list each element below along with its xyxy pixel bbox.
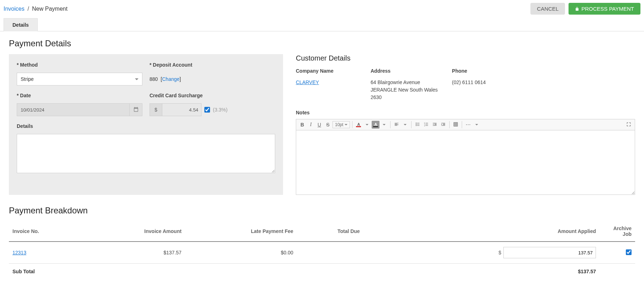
notes-textarea[interactable] bbox=[296, 130, 635, 195]
svg-rect-3 bbox=[454, 122, 458, 126]
address-line-3: 2630 bbox=[371, 94, 438, 101]
surcharge-checkbox[interactable] bbox=[204, 107, 210, 113]
italic-button[interactable]: I bbox=[307, 121, 315, 129]
address-line-1: 64 Blairgowrie Avenue bbox=[371, 79, 438, 86]
toolbar-separator bbox=[390, 121, 391, 128]
notes-editor: B I U S 10pt A bbox=[296, 119, 635, 195]
toolbar-separator bbox=[411, 121, 412, 128]
breadcrumb-parent-link[interactable]: Invoices bbox=[4, 6, 25, 12]
col-total-due: Total Due bbox=[297, 221, 363, 242]
breadcrumb-current: New Payment bbox=[32, 6, 68, 12]
invoice-link[interactable]: 12313 bbox=[12, 250, 26, 255]
company-name-link[interactable]: CLARVEY bbox=[296, 79, 319, 85]
text-color-button[interactable]: A bbox=[355, 121, 362, 129]
date-input[interactable] bbox=[17, 103, 130, 116]
expand-icon bbox=[626, 122, 631, 128]
company-name-label: Company Name bbox=[296, 68, 356, 74]
expand-button[interactable] bbox=[625, 121, 633, 129]
strikethrough-button[interactable]: S bbox=[324, 121, 332, 129]
tab-details[interactable]: Details bbox=[4, 18, 38, 31]
highlight-icon: A bbox=[373, 122, 378, 128]
breadcrumb-separator: / bbox=[27, 6, 29, 12]
calendar-icon bbox=[133, 107, 139, 113]
toolbar-separator bbox=[352, 121, 352, 128]
indent-button[interactable] bbox=[439, 121, 447, 129]
highlight-button[interactable]: A bbox=[372, 121, 379, 129]
outdent-button[interactable] bbox=[431, 121, 439, 129]
numbered-list-button[interactable] bbox=[422, 121, 430, 129]
ellipsis-icon: ⋯ bbox=[466, 122, 471, 128]
table-button[interactable] bbox=[452, 121, 460, 129]
breadcrumb: Invoices / New Payment bbox=[4, 6, 68, 12]
cancel-button[interactable]: CANCEL bbox=[530, 3, 565, 15]
col-amount-applied: Amount Applied bbox=[363, 221, 600, 242]
deposit-change-bracket: [Change] bbox=[161, 76, 181, 82]
underline-button[interactable]: U bbox=[315, 121, 323, 129]
align-dropdown[interactable] bbox=[401, 121, 409, 129]
notes-label: Notes bbox=[296, 110, 635, 115]
details-textarea[interactable] bbox=[17, 134, 275, 173]
chevron-down-icon bbox=[366, 124, 368, 125]
date-label: * Date bbox=[17, 93, 142, 98]
phone-label: Phone bbox=[452, 68, 486, 74]
chevron-down-icon bbox=[404, 124, 407, 125]
details-label: Details bbox=[17, 123, 275, 129]
bullet-list-icon bbox=[415, 122, 420, 128]
breakdown-table: Invoice No. Invoice Amount Late Payment … bbox=[9, 221, 635, 279]
amount-applied-input[interactable] bbox=[503, 247, 596, 258]
text-color-dropdown[interactable] bbox=[363, 121, 371, 129]
text-color-icon: A bbox=[356, 122, 361, 128]
toolbar-separator bbox=[449, 121, 450, 128]
svg-point-1 bbox=[416, 124, 417, 124]
method-select[interactable]: Stripe bbox=[17, 73, 142, 86]
chevron-down-icon bbox=[475, 124, 478, 125]
highlight-dropdown[interactable] bbox=[380, 121, 388, 129]
col-archive: Archive Job bbox=[600, 221, 635, 242]
chevron-down-icon bbox=[345, 124, 347, 125]
font-size-value: 10pt bbox=[335, 122, 343, 127]
numbered-list-icon bbox=[424, 122, 429, 128]
outdent-icon bbox=[432, 122, 437, 128]
surcharge-currency: $ bbox=[150, 103, 162, 116]
align-left-icon bbox=[394, 122, 399, 128]
chevron-down-icon bbox=[383, 124, 386, 125]
currency-prefix: $ bbox=[498, 250, 501, 255]
address-line-2: JERANGLE New South Wales bbox=[371, 86, 438, 94]
late-fee-value: $0.00 bbox=[185, 242, 297, 264]
phone-value: (02) 6111 0614 bbox=[452, 79, 486, 86]
invoice-amount-value: $137.57 bbox=[85, 242, 185, 264]
bullet-list-button[interactable] bbox=[414, 121, 422, 129]
deposit-change-link[interactable]: Change bbox=[162, 76, 179, 82]
col-invoice-no: Invoice No. bbox=[9, 221, 85, 242]
deposit-account-value: 880 bbox=[150, 76, 158, 82]
surcharge-input[interactable] bbox=[162, 103, 201, 116]
calendar-button[interactable] bbox=[130, 103, 142, 116]
method-value: Stripe bbox=[21, 76, 34, 82]
svg-point-0 bbox=[416, 123, 417, 123]
font-size-select[interactable]: 10pt bbox=[333, 121, 350, 128]
process-payment-button[interactable]: PROCESS PAYMENT bbox=[569, 3, 640, 15]
notes-toolbar: B I U S 10pt A bbox=[296, 119, 635, 130]
chevron-down-icon bbox=[135, 78, 138, 80]
align-button[interactable] bbox=[393, 121, 400, 129]
deposit-account-label: * Deposit Account bbox=[150, 62, 275, 68]
bold-button[interactable]: B bbox=[298, 121, 306, 129]
address-label: Address bbox=[371, 68, 438, 74]
toolbar-separator bbox=[462, 121, 462, 128]
more-button[interactable]: ⋯ bbox=[464, 121, 472, 129]
table-row: 12313 $137.57 $0.00 $ bbox=[9, 242, 635, 264]
archive-checkbox[interactable] bbox=[626, 249, 632, 255]
more-dropdown[interactable] bbox=[473, 121, 481, 129]
col-invoice-amount: Invoice Amount bbox=[85, 221, 185, 242]
table-icon bbox=[453, 122, 458, 128]
svg-point-2 bbox=[416, 125, 417, 126]
method-label: * Method bbox=[17, 62, 142, 68]
payment-details-heading: Payment Details bbox=[9, 38, 635, 48]
surcharge-label: Credit Card Surcharge bbox=[150, 93, 275, 98]
lock-icon bbox=[575, 6, 579, 11]
subtotal-value: $137.57 bbox=[363, 264, 600, 280]
payment-breakdown-heading: Payment Breakdown bbox=[9, 206, 635, 216]
payment-details-panel: * Method Stripe * Deposit Account 880 [C… bbox=[9, 54, 283, 195]
subtotal-row: Sub Total $137.57 bbox=[9, 264, 635, 280]
total-due-value bbox=[297, 242, 363, 264]
